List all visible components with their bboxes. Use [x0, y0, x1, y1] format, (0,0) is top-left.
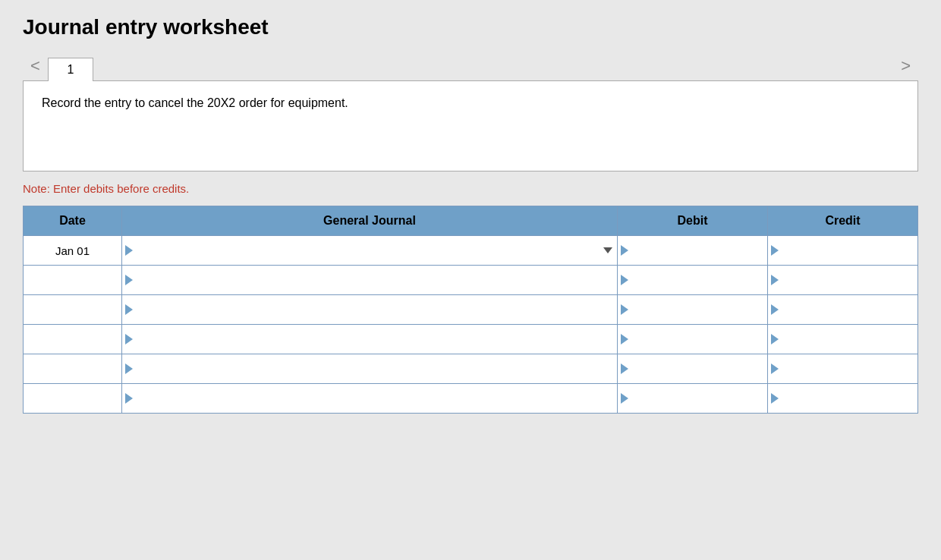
date-value-5: [24, 394, 121, 403]
credit-input-4[interactable]: [779, 354, 917, 383]
table-row: [24, 384, 918, 414]
journal-input-container-4: [122, 354, 617, 383]
debit-input-container-0: [618, 236, 767, 265]
journal-input-4[interactable]: [133, 354, 617, 383]
cell-debit-3[interactable]: [618, 325, 768, 354]
cell-date-4[interactable]: [24, 354, 122, 384]
debit-triangle-icon-1: [621, 275, 628, 285]
cell-journal-2[interactable]: [122, 295, 618, 325]
cell-date-5[interactable]: [24, 384, 122, 414]
header-general-journal: General Journal: [122, 206, 618, 236]
triangle-icon-2: [125, 304, 133, 315]
date-value-2: [24, 305, 121, 314]
triangle-icon-3: [125, 334, 133, 344]
cell-journal-4[interactable]: [122, 354, 618, 384]
debit-input-container-4: [618, 354, 767, 383]
journal-input-container-0: [122, 236, 617, 265]
journal-input-1[interactable]: [133, 266, 617, 294]
cell-credit-3[interactable]: [768, 325, 918, 354]
credit-triangle-icon-2: [771, 304, 779, 315]
debit-input-0[interactable]: [628, 236, 767, 265]
cell-date-0: Jan 01: [24, 236, 122, 266]
journal-input-2[interactable]: [133, 295, 617, 324]
cell-credit-1[interactable]: [768, 266, 918, 295]
dropdown-arrow-icon-0[interactable]: [603, 247, 612, 253]
tab-1[interactable]: 1: [48, 58, 93, 81]
journal-input-container-2: [122, 295, 617, 324]
table-header-row: Date General Journal Debit Credit: [24, 206, 918, 236]
journal-input-container-3: [122, 325, 617, 354]
page-title: Journal entry worksheet: [23, 15, 918, 39]
date-value-1: [24, 275, 121, 285]
cell-credit-5[interactable]: [768, 384, 918, 414]
journal-table: Date General Journal Debit Credit Jan 01: [23, 206, 918, 414]
credit-input-container-3: [768, 325, 917, 354]
cell-debit-5[interactable]: [618, 384, 768, 414]
date-value-4: [24, 364, 121, 373]
credit-input-3[interactable]: [779, 325, 917, 354]
credit-input-0[interactable]: [779, 236, 917, 265]
cell-date-1[interactable]: [24, 266, 122, 295]
cell-debit-0[interactable]: [618, 236, 768, 266]
cell-journal-3[interactable]: [122, 325, 618, 354]
debit-input-2[interactable]: [628, 295, 767, 324]
triangle-icon-1: [125, 275, 133, 285]
credit-input-container-5: [768, 384, 917, 413]
cell-debit-1[interactable]: [618, 266, 768, 295]
debit-input-1[interactable]: [628, 266, 767, 294]
debit-triangle-icon-2: [621, 304, 628, 315]
next-arrow[interactable]: >: [893, 52, 918, 80]
credit-triangle-icon-3: [771, 334, 779, 344]
credit-input-2[interactable]: [779, 295, 917, 324]
debit-triangle-icon-3: [621, 334, 628, 344]
date-value-3: [24, 335, 121, 344]
header-debit: Debit: [618, 206, 768, 236]
cell-journal-1[interactable]: [122, 266, 618, 295]
table-row: Jan 01: [24, 236, 918, 266]
journal-input-container-5: [122, 384, 617, 413]
table-row: [24, 325, 918, 354]
cell-journal-5[interactable]: [122, 384, 618, 414]
description-text: Record the entry to cancel the 20X2 orde…: [42, 96, 348, 109]
header-date: Date: [24, 206, 122, 236]
journal-input-0[interactable]: [133, 236, 603, 265]
journal-input-container-1: [122, 266, 617, 294]
debit-input-container-2: [618, 295, 767, 324]
credit-input-container-4: [768, 354, 917, 383]
credit-triangle-icon-0: [771, 245, 779, 256]
description-box: Record the entry to cancel the 20X2 orde…: [23, 80, 918, 171]
cell-debit-2[interactable]: [618, 295, 768, 325]
debit-input-container-3: [618, 325, 767, 354]
credit-input-container-0: [768, 236, 917, 265]
journal-input-3[interactable]: [133, 325, 617, 354]
credit-input-5[interactable]: [779, 384, 917, 413]
credit-input-1[interactable]: [779, 266, 917, 294]
table-row: [24, 354, 918, 384]
debit-input-4[interactable]: [628, 354, 767, 383]
cell-date-3[interactable]: [24, 325, 122, 354]
date-value-0: Jan 01: [24, 240, 121, 262]
cell-journal-0[interactable]: [122, 236, 618, 266]
credit-input-container-2: [768, 295, 917, 324]
cell-credit-2[interactable]: [768, 295, 918, 325]
credit-triangle-icon-4: [771, 363, 779, 374]
debit-triangle-icon-5: [621, 393, 628, 404]
prev-arrow[interactable]: <: [23, 52, 48, 80]
journal-input-5[interactable]: [133, 384, 617, 413]
table-row: [24, 295, 918, 325]
credit-triangle-icon-5: [771, 393, 779, 404]
debit-triangle-icon-4: [621, 363, 628, 374]
credit-triangle-icon-1: [771, 275, 779, 285]
triangle-icon-4: [125, 363, 133, 374]
triangle-icon-5: [125, 393, 133, 404]
cell-debit-4[interactable]: [618, 354, 768, 384]
triangle-icon-0: [125, 245, 133, 256]
note-text: Note: Enter debits before credits.: [23, 182, 918, 195]
header-credit: Credit: [768, 206, 918, 236]
cell-credit-4[interactable]: [768, 354, 918, 384]
cell-date-2[interactable]: [24, 295, 122, 325]
table-row: [24, 266, 918, 295]
cell-credit-0[interactable]: [768, 236, 918, 266]
debit-input-3[interactable]: [628, 325, 767, 354]
debit-input-5[interactable]: [628, 384, 767, 413]
